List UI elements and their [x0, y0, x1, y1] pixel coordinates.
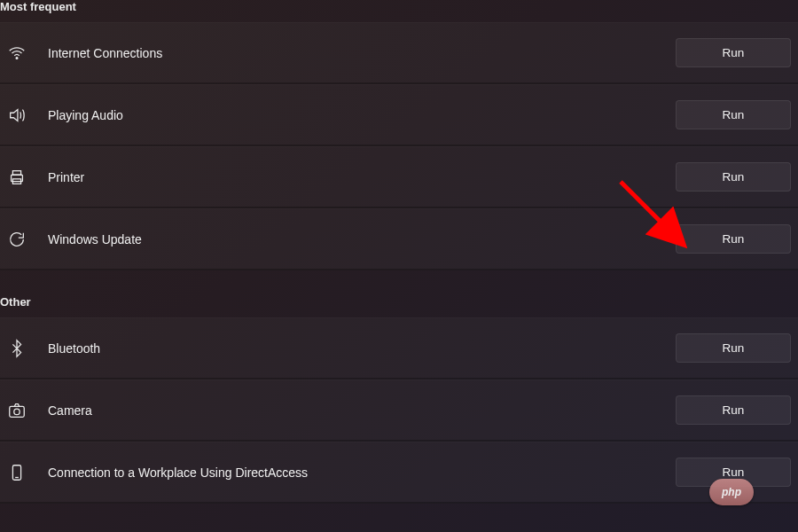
row-left: Connection to a Workplace Using DirectAc… — [7, 463, 308, 482]
row-label: Connection to a Workplace Using DirectAc… — [48, 466, 308, 480]
printer-icon — [7, 168, 27, 187]
row-label: Playing Audio — [48, 108, 123, 122]
row-left: Windows Update — [7, 230, 142, 249]
row-internet-connections[interactable]: Internet Connections Run — [0, 22, 798, 84]
update-icon — [7, 230, 27, 249]
watermark-badge: php — [709, 479, 754, 505]
section-gap — [0, 270, 798, 295]
row-label: Internet Connections — [48, 46, 162, 60]
run-button-playing-audio[interactable]: Run — [676, 100, 791, 129]
troubleshoot-page: Most frequent Internet Connections Run P… — [0, 0, 798, 532]
wifi-icon — [7, 43, 27, 63]
camera-icon — [7, 401, 27, 420]
svg-rect-4 — [10, 406, 25, 417]
row-label: Windows Update — [48, 232, 142, 246]
list-most-frequent: Internet Connections Run Playing Audio R… — [0, 22, 798, 270]
phone-icon — [7, 463, 27, 482]
row-left: Printer — [7, 168, 84, 187]
row-left: Camera — [7, 401, 92, 420]
run-button-bluetooth[interactable]: Run — [676, 333, 791, 363]
section-header-most-frequent: Most frequent — [0, 0, 798, 22]
svg-rect-2 — [12, 170, 20, 175]
run-button-printer[interactable]: Run — [676, 162, 791, 192]
row-label: Camera — [48, 403, 92, 418]
run-button-camera[interactable]: Run — [676, 395, 791, 425]
run-button-internet-connections[interactable]: Run — [676, 38, 791, 67]
row-left: Playing Audio — [7, 106, 123, 125]
list-other: Bluetooth Run Camera Run Connection to a… — [0, 317, 798, 504]
bluetooth-icon — [7, 339, 27, 358]
row-direct-access[interactable]: Connection to a Workplace Using DirectAc… — [0, 442, 798, 504]
row-bluetooth[interactable]: Bluetooth Run — [0, 317, 798, 379]
section-header-other: Other — [0, 295, 798, 317]
row-label: Bluetooth — [48, 341, 100, 356]
row-left: Internet Connections — [7, 43, 162, 63]
row-playing-audio[interactable]: Playing Audio Run — [0, 84, 798, 146]
row-camera[interactable]: Camera Run — [0, 379, 798, 442]
row-left: Bluetooth — [7, 339, 100, 358]
svg-point-0 — [16, 57, 18, 59]
svg-point-5 — [14, 409, 20, 414]
row-printer[interactable]: Printer Run — [0, 146, 798, 208]
audio-icon — [7, 106, 27, 125]
row-label: Printer — [48, 170, 84, 184]
run-button-windows-update[interactable]: Run — [676, 224, 791, 254]
row-windows-update[interactable]: Windows Update Run — [0, 208, 798, 270]
